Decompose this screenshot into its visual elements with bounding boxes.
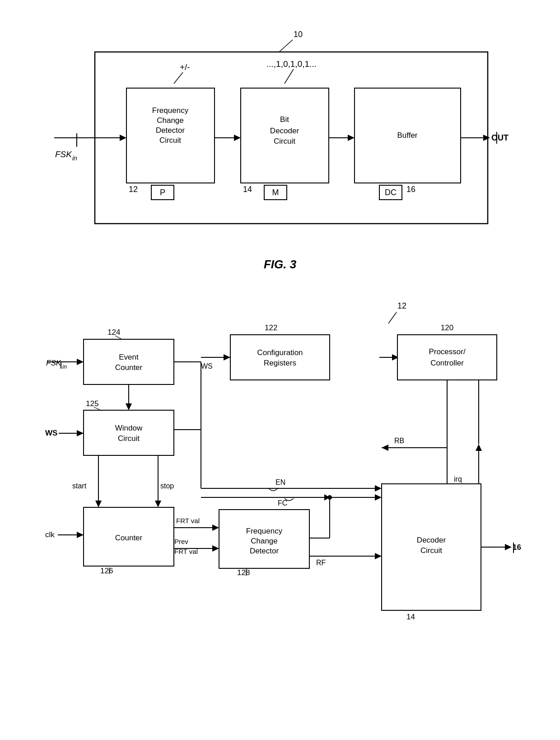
- fig3-block2: [241, 88, 329, 183]
- fig3-m-label: M: [272, 188, 279, 197]
- fig4-counter-text: Counter: [115, 534, 143, 542]
- fig3-p-label: P: [160, 188, 165, 197]
- fig3-block1-text3: Detector: [156, 126, 185, 135]
- fig4-config-text2: Registers: [264, 359, 296, 367]
- fig4-out-arrow: [505, 544, 512, 550]
- fig4-prev-label2: FRT val: [174, 548, 198, 555]
- fig4-fsk-arrow: [77, 359, 84, 365]
- fig4-fcd-text1: Frequency: [246, 527, 283, 535]
- fig4-event-counter-box: [84, 339, 174, 384]
- fig3-svg: FSK Demodulator 10 +/- ...,1,0,1,0,1... …: [32, 18, 528, 253]
- fig4-fsk-sub: in: [62, 363, 67, 370]
- fig4-ws-label: WS: [45, 429, 57, 437]
- fig3-block1-text2: Change: [157, 116, 184, 125]
- fig4-svg: 12 FSK in Event Counter 124: [32, 290, 528, 740]
- fig4-frt-label: FRT val: [176, 517, 200, 525]
- fig3-num12: 12: [129, 185, 138, 194]
- fig4-window-circuit-text2: Circuit: [118, 434, 140, 443]
- fig4-proc-text2: Controller: [430, 359, 464, 367]
- fig3-dc-label: DC: [385, 188, 397, 197]
- fig3-block3-text: Buffer: [397, 131, 417, 140]
- fig4-start-label: start: [72, 482, 87, 490]
- page: FSK Demodulator 10 +/- ...,1,0,1,0,1... …: [0, 0, 560, 740]
- fig4-processor-box: [397, 335, 497, 380]
- fig3-ref-10: 10: [294, 30, 303, 39]
- fig4-rb-label: RB: [394, 437, 404, 445]
- fig4-clk-label: clk: [45, 530, 55, 539]
- fig3-num16: 16: [406, 185, 415, 194]
- fig4-irq-arrow-up: [476, 444, 482, 451]
- fig3-num14: 14: [243, 185, 252, 194]
- fig4-decoder-text2: Circuit: [420, 546, 442, 555]
- fig4-126-label: 126: [100, 567, 113, 575]
- fig3-block2-text1: Bit: [280, 115, 289, 124]
- fig4-ref12: 12: [397, 301, 406, 310]
- fig4-fsk-label: FSK: [46, 359, 61, 367]
- fig4-122-label: 122: [265, 323, 277, 332]
- fig4-diagram: 12 FSK in Event Counter 124: [27, 290, 533, 740]
- fig3-block2-text3: Circuit: [274, 137, 295, 145]
- fig4-ec-down-arrow: [126, 403, 132, 410]
- fig3-fsk-sub: in: [72, 155, 77, 162]
- fig3-block1-text4: Circuit: [159, 136, 181, 145]
- fig4-event-counter-text2: Counter: [115, 363, 143, 372]
- fig4-clk-arrow: [77, 532, 84, 538]
- fig3-ref-line-10: [279, 40, 293, 52]
- fig3-out-label: OUT: [491, 133, 509, 142]
- fig4-rf-label: RF: [316, 559, 326, 567]
- fig4-config-text1: Configuration: [257, 348, 303, 357]
- fig4-irq-label: irq: [454, 475, 462, 483]
- fig4-stop-arrow: [155, 501, 161, 507]
- fig4-prev-arrow: [212, 545, 219, 552]
- fig4-stop-label: stop: [160, 482, 174, 490]
- fig4-rf-arrow: [375, 553, 382, 559]
- fig4-config-reg-box: [230, 335, 330, 380]
- fig4-fc-label: FC: [278, 499, 287, 507]
- fig4-fc-junction: [327, 495, 332, 500]
- fig4-120-label: 120: [441, 323, 453, 332]
- fig4-decoder-text1: Decoder: [417, 536, 446, 544]
- fig4-ws2-label: WS: [201, 362, 213, 370]
- fig4-ws-arrow: [77, 430, 84, 436]
- fig3-fsk-label: FSK: [55, 150, 72, 159]
- fig4-fc-arrow: [375, 494, 382, 501]
- fig4-ws-config-arrow: [224, 354, 230, 361]
- fig3-caption: FIG. 3: [27, 258, 533, 272]
- fig4-fcd-text3: Detector: [250, 547, 279, 555]
- fig4-rb-arrow-left: [382, 445, 388, 451]
- fig4-14-label: 14: [406, 613, 415, 621]
- fig4-event-counter-text1: Event: [119, 353, 139, 361]
- fig3-diagram: FSK Demodulator 10 +/- ...,1,0,1,0,1... …: [27, 18, 533, 253]
- fig4-128-label: 128: [237, 568, 250, 577]
- fig3-signal-label: ...,1,0,1,0,1...: [266, 59, 317, 69]
- fig3-plus-minus: +/-: [180, 62, 190, 72]
- fig4-window-circuit-box: [84, 410, 174, 455]
- fig4-124-label: 124: [107, 328, 120, 337]
- fig4-fcd-text2: Change: [251, 537, 278, 545]
- fig3-block1-text1: Frequency: [152, 106, 189, 115]
- fig3-block1: [126, 88, 215, 183]
- fig4-125-label: 125: [86, 399, 98, 408]
- fig4-start-arrow: [95, 501, 102, 507]
- fig4-window-circuit-text1: Window: [115, 424, 143, 432]
- fig4-en-label: EN: [275, 478, 285, 486]
- fig4-prev-label1: Prev: [174, 538, 188, 545]
- fig4-en-arrow: [375, 485, 382, 492]
- fig4-ref12-line: [388, 312, 397, 323]
- fig4-proc-text1: Processor/: [429, 347, 466, 356]
- fig4-frt-arrow: [212, 525, 219, 531]
- fig3-block2-text2: Decoder: [270, 126, 299, 135]
